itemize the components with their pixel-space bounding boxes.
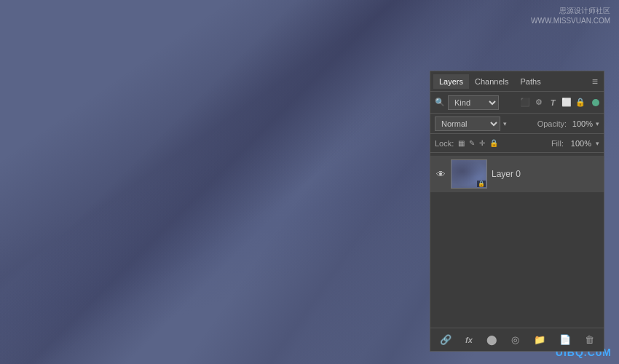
new-fill-icon[interactable]: ⬤: [484, 333, 500, 347]
lock-all-icon[interactable]: 🔒: [489, 139, 498, 147]
tab-paths[interactable]: Paths: [515, 74, 547, 89]
tab-channels[interactable]: Channels: [469, 74, 514, 89]
kind-shape-icon[interactable]: ⬜: [561, 98, 572, 107]
panel-menu-icon[interactable]: ≡: [589, 73, 601, 90]
fill-chevron-icon: ▾: [596, 140, 599, 147]
opacity-chevron-icon: ▾: [596, 120, 599, 127]
layers-panel: Layers Channels Paths ≡ 🔍 Kind ⬛ ⚙ T ⬜ 🔒…: [430, 71, 604, 352]
search-icon: 🔍: [435, 98, 445, 107]
kind-type-icon[interactable]: T: [547, 98, 559, 107]
kind-adjust-icon[interactable]: ⚙: [533, 98, 545, 107]
fx-icon[interactable]: fx: [462, 334, 476, 346]
status-dot: [592, 99, 599, 106]
layer-lock-badge: 🔒: [477, 181, 486, 187]
delete-layer-icon[interactable]: 🗑: [582, 333, 597, 347]
lock-image-icon[interactable]: ✎: [469, 139, 475, 147]
panel-footer: 🔗 fx ⬤ ◎ 📁 📄 🗑: [430, 328, 604, 351]
lock-row: Lock: ▦ ✎ ✛ 🔒 Fill: 100% ▾: [430, 134, 604, 153]
lock-transparency-icon[interactable]: ▦: [458, 139, 465, 147]
blend-mode-select[interactable]: Normal Multiply Screen Overlay: [435, 116, 500, 131]
panel-tabs: Layers Channels Paths ≡: [430, 71, 604, 92]
kind-icons: ⬛ ⚙ T ⬜ 🔒: [519, 98, 586, 107]
opacity-value[interactable]: 100%: [569, 119, 593, 128]
kind-select[interactable]: Kind: [448, 95, 499, 110]
adjustment-icon[interactable]: ◎: [508, 333, 522, 347]
new-layer-icon[interactable]: 📄: [556, 333, 574, 347]
layer-thumbnail: 🔒: [451, 159, 487, 189]
layers-empty-area: [430, 240, 604, 328]
fill-value[interactable]: 100%: [568, 139, 591, 148]
layer-name[interactable]: Layer 0: [492, 169, 599, 179]
layer-visibility-toggle[interactable]: 👁: [435, 169, 446, 180]
watermark-top: 思源设计师社区 WWW.MISSVUAN.COM: [531, 6, 610, 26]
tab-layers[interactable]: Layers: [433, 74, 469, 89]
kind-smart-icon[interactable]: 🔒: [575, 98, 586, 107]
opacity-label: Opacity:: [537, 119, 567, 128]
layers-list: 👁 🔒 Layer 0: [430, 153, 604, 240]
blend-row: Normal Multiply Screen Overlay ▾ Opacity…: [430, 114, 604, 134]
layer-item[interactable]: 👁 🔒 Layer 0: [430, 156, 604, 192]
new-group-icon[interactable]: 📁: [531, 333, 548, 347]
fill-label: Fill:: [551, 139, 564, 148]
lock-position-icon[interactable]: ✛: [479, 139, 485, 147]
blend-chevron-icon: ▾: [503, 120, 507, 127]
kind-pixel-icon[interactable]: ⬛: [519, 98, 531, 107]
link-icon[interactable]: 🔗: [437, 333, 454, 347]
lock-label: Lock:: [435, 139, 454, 148]
kind-row: 🔍 Kind ⬛ ⚙ T ⬜ 🔒: [430, 92, 604, 114]
